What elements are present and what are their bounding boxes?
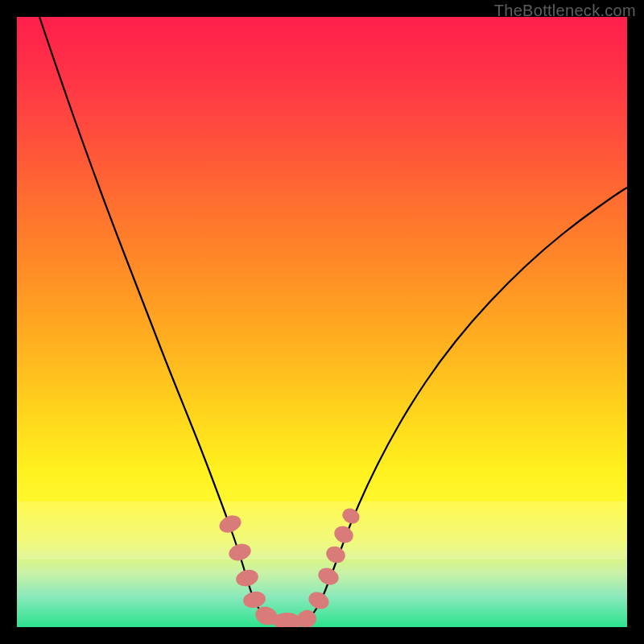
data-marker [217, 512, 243, 535]
data-marker [306, 589, 332, 613]
data-marker [324, 543, 348, 566]
watermark-text: TheBottleneck.com [494, 2, 636, 20]
data-marker [227, 541, 254, 564]
curve-layer [17, 17, 627, 627]
data-marker [242, 590, 266, 610]
chart-frame [17, 17, 627, 627]
left-curve [39, 17, 295, 622]
data-marker [340, 506, 362, 526]
data-marker [332, 523, 356, 546]
data-marker [316, 565, 341, 588]
data-marker [234, 568, 260, 588]
data-markers [217, 506, 362, 627]
